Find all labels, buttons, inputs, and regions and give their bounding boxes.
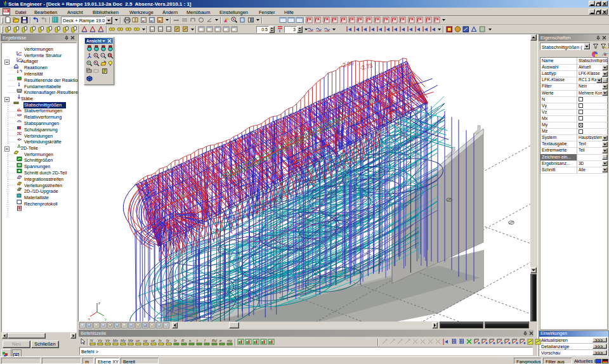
svg-text:s: s — [189, 339, 191, 342]
svg-text:uz: uz — [151, 339, 155, 342]
svg-text:fz: fz — [174, 339, 177, 342]
svg-text:y: y — [105, 317, 107, 321]
svg-text:x: x — [88, 317, 90, 321]
svg-text:Vy: Vy — [98, 339, 103, 342]
svg-text:z: z — [98, 301, 100, 305]
svg-text:-2.90: -2.90 — [340, 60, 354, 68]
svg-text:sig: sig — [227, 339, 232, 342]
svg-text:Vz: Vz — [105, 339, 110, 342]
svg-text:ux: ux — [136, 339, 140, 342]
svg-text:uy: uy — [143, 339, 148, 342]
svg-text:Rd: Rd — [212, 339, 217, 342]
svg-text:fy: fy — [166, 339, 170, 342]
svg-text:t: t — [197, 339, 198, 342]
svg-text:N: N — [90, 339, 93, 342]
svg-text:R: R — [181, 339, 185, 342]
svg-text:f: f — [204, 339, 206, 342]
svg-text:My: My — [121, 339, 126, 342]
svg-text:e: e — [219, 339, 222, 342]
svg-text:fx: fx — [159, 339, 162, 342]
svg-text:Mx: Mx — [113, 339, 119, 342]
svg-text:Mz: Mz — [128, 339, 133, 342]
